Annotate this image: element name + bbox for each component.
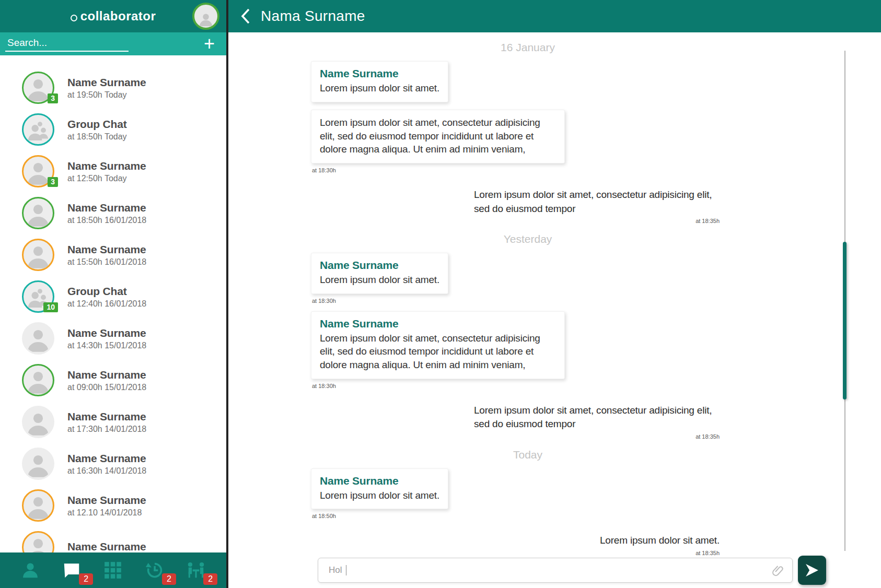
person-icon [198, 11, 214, 28]
contact-meta: Name Surname at 15:50h 16/01/2018 [67, 243, 146, 267]
app-window: collaborator Search... + [0, 0, 881, 588]
contact-name: Name Surname [67, 76, 146, 89]
contact-name: Name Surname [67, 202, 146, 214]
message-text: Lorem ipsum dolor sit amet, consectetur … [320, 116, 556, 156]
contact-avatar [22, 364, 54, 396]
contact-meta: Name Surname at 19:50h Today [67, 76, 146, 100]
contact-name: Name Surname [67, 369, 146, 381]
message-time: at 18:35h [311, 433, 720, 440]
message-text: Lorem ipsum dolor sit amet. [320, 81, 439, 95]
contact-meta: Group Chat at 18:50h Today [67, 118, 127, 142]
message-list: 16 January Name Surname Lorem ipsum dolo… [311, 32, 745, 556]
nav-meetings[interactable]: 2 [184, 559, 208, 582]
chat-title: Nama Surname [261, 8, 365, 25]
message-card: Name Surname Lorem ipsum dolor sit amet. [311, 468, 448, 510]
profile-avatar[interactable] [192, 3, 219, 30]
person-avatar-icon [24, 407, 53, 437]
outgoing-message: Lorem ipsum dolor sit amet, consectetur … [311, 404, 745, 439]
contact-time: at 12:40h 16/01/2018 [67, 299, 146, 309]
sidebar: collaborator Search... + [0, 0, 226, 588]
nav-chats[interactable]: 2 [60, 559, 84, 582]
outgoing-message: Lorem ipsum dolor sit amet. at 18:35h [311, 534, 745, 556]
contact-name: Name Surname [67, 540, 146, 553]
contact-name: Group Chat [67, 285, 146, 298]
message-text: Lorem ipsum dolor sit amet, consectetur … [474, 188, 720, 215]
contact-list-item[interactable]: Name Surname at 16:30h 14/01/2018 [0, 443, 226, 485]
date-separator: 16 January [311, 41, 745, 54]
app-logo: collaborator [71, 9, 156, 23]
scrollbar-thumb[interactable] [843, 242, 847, 399]
contact-time: at 15:50h 16/01/2018 [67, 257, 146, 267]
contact-name: Name Surname [67, 452, 146, 465]
send-arrow-icon [805, 563, 819, 577]
search-bar: Search... + [0, 32, 226, 55]
contact-list-item[interactable]: Group Chat at 18:50h Today [0, 109, 226, 150]
nav-history[interactable]: 2 [143, 559, 167, 582]
search-input[interactable]: Search... [5, 36, 129, 52]
contact-time: at 12.10 14/01/2018 [67, 508, 146, 518]
contact-time: at 16:30h 14/01/2018 [67, 466, 146, 476]
back-button[interactable] [240, 8, 251, 25]
nav-badge: 2 [162, 573, 176, 585]
contact-list-item[interactable]: 3 Name Surname at 19:50h Today [0, 67, 226, 109]
message-time: at 18:50h [312, 513, 745, 519]
contact-avatar: 3 [22, 155, 54, 187]
contact-time: at 17:30h 14/01/2018 [67, 425, 146, 434]
date-separator: Today [311, 449, 745, 461]
incoming-message: Name Surname Lorem ipsum dolor sit amet.… [311, 253, 745, 304]
text-cursor [346, 565, 346, 575]
unread-badge: 3 [48, 93, 58, 103]
person-avatar-icon [24, 449, 53, 478]
contact-list: 3 Name Surname at 19:50h Today Group Cha… [0, 55, 226, 588]
contact-avatar: 3 [22, 72, 54, 104]
profile-icon [20, 560, 40, 580]
apps-grid-icon [103, 560, 123, 580]
message-text: Lorem ipsum dolor sit amet, consectetur … [474, 404, 720, 431]
message-card: Name Surname Lorem ipsum dolor sit amet,… [311, 311, 565, 379]
contact-meta: Group Chat at 12:40h 16/01/2018 [67, 285, 146, 309]
message-card: Name Surname Lorem ipsum dolor sit amet. [311, 253, 448, 294]
nav-profile[interactable] [18, 559, 42, 582]
contact-list-item[interactable]: Name Surname at 09:00h 15/01/2018 [0, 359, 226, 401]
nav-badge: 2 [79, 573, 93, 585]
chat-panel: Nama Surname 16 January Name Surname Lor… [226, 0, 881, 588]
person-avatar-icon [24, 491, 53, 520]
incoming-message: Name Surname Lorem ipsum dolor sit amet. [311, 61, 745, 102]
contact-name: Name Surname [67, 327, 146, 339]
contact-list-item[interactable]: 3 Name Surname at 12:50h Today [0, 150, 226, 192]
contact-meta: Name Surname at 18:50h 16/01/2018 [67, 202, 146, 225]
contact-meta: Name Surname at 14:30h 15/01/2018 [67, 327, 146, 350]
contact-list-item[interactable]: Name Surname at 14:30h 15/01/2018 [0, 317, 226, 359]
contact-list-item[interactable]: Name Surname at 17:30h 14/01/2018 [0, 401, 226, 443]
contact-list-item[interactable]: 10 Group Chat at 12:40h 16/01/2018 [0, 276, 226, 317]
contact-avatar [22, 197, 54, 229]
incoming-message: Lorem ipsum dolor sit amet, consectetur … [311, 110, 745, 173]
message-time: at 18:35h [311, 550, 720, 556]
app-logo-text: collaborator [80, 9, 156, 23]
person-avatar-icon [24, 240, 53, 269]
contact-time: at 19:50h Today [67, 90, 146, 100]
add-chat-button[interactable]: + [204, 32, 215, 55]
chevron-left-icon [240, 8, 251, 25]
composer: Hol [318, 556, 826, 585]
contact-time: at 14:30h 15/01/2018 [67, 341, 146, 350]
contact-meta: Name Surname at 12.10 14/01/2018 [67, 494, 146, 518]
message-card: Name Surname Lorem ipsum dolor sit amet. [311, 61, 448, 102]
attachment-icon[interactable] [771, 563, 785, 577]
contact-list-item[interactable]: Name Surname at 18:50h 16/01/2018 [0, 192, 226, 234]
contact-time: at 18:50h Today [67, 132, 127, 142]
contact-time: at 12:50h Today [67, 174, 146, 183]
message-time: at 18:30h [312, 383, 745, 389]
contact-name: Name Surname [67, 243, 146, 256]
message-input[interactable]: Hol [318, 558, 793, 583]
nav-apps[interactable] [101, 559, 125, 582]
contact-time: at 09:00h 15/01/2018 [67, 383, 146, 392]
contact-list-item[interactable]: Name Surname at 12.10 14/01/2018 [0, 485, 226, 526]
contact-meta: Name Surname at 17:30h 14/01/2018 [67, 410, 146, 434]
contact-avatar: 10 [22, 280, 54, 313]
contact-list-item[interactable]: Name Surname at 15:50h 16/01/2018 [0, 234, 226, 276]
send-button[interactable] [798, 556, 826, 585]
contact-name: Name Surname [67, 494, 146, 507]
contact-avatar [22, 322, 54, 355]
message-text: Lorem ipsum dolor sit amet. [320, 273, 439, 287]
